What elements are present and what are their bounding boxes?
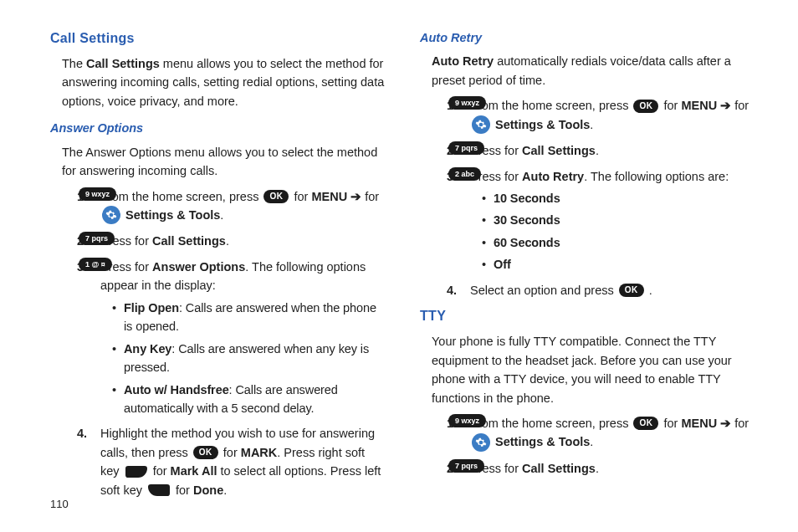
ok-key-icon: OK [619,284,644,297]
text: for [223,446,241,459]
text-bold: MENU [311,190,347,203]
step-number: 4. [77,424,87,442]
list-item: Off [482,255,756,274]
step-1: 1. From the home screen, press OK for ME… [447,414,756,453]
step-1: 1. From the home screen, press OK for ME… [77,187,386,226]
call-settings-intro: The Call Settings menu allows you to sel… [62,54,386,110]
gear-icon [472,115,490,134]
tty-steps: 1. From the home screen, press OK for ME… [447,414,756,478]
left-column: Call Settings The Call Settings menu all… [50,28,386,506]
text-bold: Auto Retry [522,170,584,183]
text: for [504,170,522,183]
seven-key-icon: 7 pqrs [448,459,484,473]
text-bold: 30 Seconds [494,213,560,227]
text: From the home screen, press [100,190,262,203]
gear-icon [472,433,490,452]
heading-call-settings: Call Settings [50,28,386,49]
text-bold: MARK [241,446,278,459]
text: for [135,260,152,274]
seven-key-icon: 7 pqrs [79,232,115,245]
step-4: 4. Highlight the method you wish to use … [77,424,386,499]
text-bold: MENU [681,99,717,112]
heading-answer-options: Answer Options [50,119,386,137]
ok-key-icon: OK [263,190,289,203]
step-4: 4. Select an option and press OK . [447,281,756,299]
answer-option-list: Flip Open: Calls are answered when the p… [112,299,386,418]
list-item: 60 Seconds [482,233,756,252]
period: . [596,144,599,157]
text: . The following options are: [584,170,729,183]
ok-key-icon: OK [193,446,218,459]
step-2: 2. Press 7 pqrs for Call Settings. [77,232,386,250]
text: for [153,464,171,478]
text: for [734,417,749,430]
text-bold: Auto Retry [432,54,494,68]
manual-page: Call Settings The Call Settings menu all… [0,0,798,532]
answer-options-intro: The Answer Options menu allows you to se… [62,143,386,181]
text-bold: Mark All [171,464,217,478]
text: for [365,190,379,203]
text: From the home screen, press [470,417,632,430]
ok-key-icon: OK [633,100,658,113]
step-3: 3. Press 2 abc for Auto Retry. The follo… [447,167,756,274]
right-softkey-icon [125,466,147,478]
text: for [663,417,681,430]
period: . [220,208,223,222]
left-softkey-icon [148,484,170,496]
arrow-icon: ➔ [720,417,734,430]
page-number: 110 [50,498,69,510]
answer-steps: 1. From the home screen, press OK for ME… [77,187,386,500]
nine-key-icon: 9 wxyz [79,187,116,201]
text-bold: Settings & Tools [495,118,590,131]
text-bold: Settings & Tools [495,435,590,448]
text: for [176,483,193,497]
text: for [504,144,522,157]
auto-retry-options: 10 Seconds 30 Seconds 60 Seconds Off [482,189,756,274]
heading-tty: TTY [420,306,756,327]
one-key-icon: 1 @ ¤ [79,258,112,271]
period: . [596,462,599,475]
text-bold: Settings & Tools [125,208,220,222]
period: . [223,483,227,497]
list-item: Flip Open: Calls are answered when the p… [112,299,386,336]
text-bold: MENU [681,417,717,430]
period: . [226,234,229,248]
text-bold: Call Settings [86,57,160,70]
period: . [590,118,593,131]
arrow-icon: ➔ [350,190,365,203]
tty-intro: Your phone is fully TTY compatible. Conn… [432,332,756,407]
columns: Call Settings The Call Settings menu all… [50,28,756,506]
heading-auto-retry: Auto Retry [420,28,756,47]
text-bold: Call Settings [152,234,226,248]
arrow-icon: ➔ [720,99,734,112]
text: for [294,190,311,203]
two-key-icon: 2 abc [448,167,481,181]
nine-key-icon: 9 wxyz [448,414,486,427]
text-bold: Call Settings [522,462,596,475]
auto-retry-intro: Auto Retry automatically redials voice/d… [432,52,756,90]
text-bold: Call Settings [522,144,596,157]
ok-key-icon: OK [633,417,658,430]
seven-key-icon: 7 pqrs [448,141,484,155]
list-item: Auto w/ Handsfree: Calls are answered au… [112,381,386,418]
period: . [646,284,652,297]
text-bold: Answer Options [152,260,245,274]
text: for [734,99,749,112]
list-item: Any Key: Calls are answered when any key… [112,340,386,377]
text: for [663,99,681,112]
text-bold: Auto w/ Handsfree [124,383,229,396]
right-column: Auto Retry Auto Retry automatically redi… [420,28,756,506]
text-bold: Off [494,258,511,271]
text: for [504,462,522,475]
step-number: 4. [447,281,457,299]
step-1: 1. From the home screen, press OK for ME… [447,96,756,135]
text: The [62,57,86,70]
text-bold: Done [193,483,223,497]
list-item: 30 Seconds [482,211,756,229]
text: From the home screen, press [470,99,632,112]
text-bold: 60 Seconds [494,236,560,249]
period: . [590,435,593,448]
text: Select an option and press [470,284,617,297]
step-3: 3. Press 1 @ ¤ for Answer Options. The f… [77,258,386,418]
text-bold: Flip Open [124,301,179,315]
